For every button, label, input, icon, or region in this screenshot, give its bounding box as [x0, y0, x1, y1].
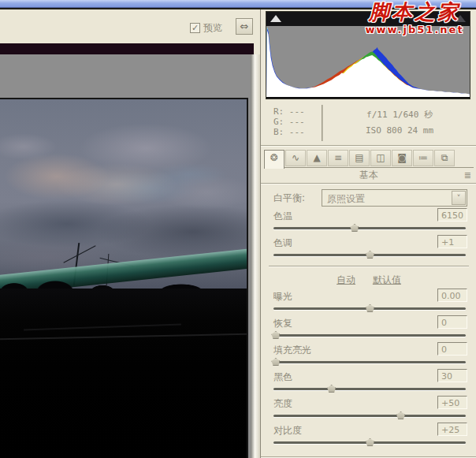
temperature-track[interactable]: [273, 227, 466, 229]
recovery-track[interactable]: [273, 334, 466, 337]
blacks-thumb[interactable]: [327, 385, 336, 393]
slider-row-fill-light: 填充亮光0: [272, 342, 467, 369]
chevron-down-icon[interactable]: ˅: [452, 191, 466, 205]
fill-light-value[interactable]: 0: [437, 342, 467, 356]
exif-readout: f/11 1/640 秒ISO 800 24 mm: [332, 107, 467, 139]
preview-toolbar: ✓ 预览 ⇔: [0, 9, 260, 43]
panel-menu-icon[interactable]: ≣: [464, 170, 471, 181]
adjustments-panel: R: ---G: ---B: --- f/11 1/640 秒ISO 800 2…: [260, 9, 476, 458]
white-balance-value: 原照设置: [327, 192, 365, 206]
brightness-track[interactable]: [273, 415, 466, 417]
brightness-label: 亮度: [273, 397, 292, 411]
slider-row-tint: 色调+1: [272, 235, 467, 262]
white-balance-row: 白平衡: 原照设置 ˅: [272, 189, 467, 207]
photo-preview: [0, 98, 248, 458]
tab-hsl-grayscale[interactable]: ≡: [328, 150, 348, 166]
slider-row-contrast: 对比度+25: [272, 423, 467, 449]
tint-value[interactable]: +1: [437, 235, 467, 248]
image-top-strip: [0, 43, 254, 54]
preview-checkbox[interactable]: ✓: [190, 23, 200, 33]
auto-default-links: 自动 默认值: [261, 274, 476, 287]
tint-thumb[interactable]: [366, 251, 374, 259]
tab-split-toning[interactable]: ▤: [349, 150, 370, 166]
white-balance-select[interactable]: 原照设置 ˅: [322, 189, 467, 207]
exposure-label: 曝光: [273, 290, 292, 303]
image-canvas: [0, 54, 251, 458]
brightness-value[interactable]: +50: [437, 396, 467, 409]
tab-camera-calibration[interactable]: ◙: [392, 150, 412, 166]
info-divider: [322, 105, 323, 141]
slider-row-temperature: 色温6150: [272, 208, 467, 235]
exposure-track[interactable]: [273, 307, 466, 310]
default-link[interactable]: 默认值: [373, 274, 401, 285]
preview-pane: ✓ 预览 ⇔: [0, 9, 260, 458]
contrast-thumb[interactable]: [366, 438, 374, 446]
tab-lens-corrections[interactable]: ◫: [370, 150, 391, 166]
contrast-value[interactable]: +25: [437, 423, 467, 436]
histogram-channel-white: [266, 30, 470, 97]
window-titlebar: [0, 0, 476, 8]
temperature-value[interactable]: 6150: [437, 208, 467, 222]
recovery-label: 恢复: [273, 317, 292, 330]
separator: [261, 145, 476, 147]
tint-track[interactable]: [273, 254, 466, 256]
auto-link[interactable]: 自动: [337, 274, 355, 285]
temperature-thumb[interactable]: [350, 224, 359, 232]
panel-title-row: 基本 ≣: [264, 169, 474, 182]
histogram: [266, 11, 470, 99]
separator: [269, 266, 469, 267]
histogram-baseline: [266, 97, 470, 99]
tab-detail[interactable]: ▲: [307, 150, 327, 166]
pane-divider: [251, 54, 260, 458]
contrast-track[interactable]: [273, 441, 466, 444]
wb-sliders: 色温6150色调+1: [272, 208, 467, 262]
tab-tone-curve[interactable]: ∿: [285, 150, 306, 166]
rgb-readout: R: ---G: ---B: ---: [273, 106, 305, 137]
fill-light-track[interactable]: [273, 361, 466, 363]
tab-bar: ❂∿▲≡▤◫◙≔⧉: [264, 148, 474, 168]
recovery-value[interactable]: 0: [437, 315, 467, 329]
temperature-label: 色温: [273, 210, 292, 223]
panel-title: 基本: [359, 169, 378, 181]
shadow-clipping-warning-icon[interactable]: [270, 15, 281, 22]
blacks-track[interactable]: [273, 388, 466, 390]
white-balance-label: 白平衡:: [273, 192, 305, 205]
basic-panel-content: 白平衡: 原照设置 ˅ 色温6150色调+1 自动 默认值 曝光0.00恢复0填…: [261, 184, 476, 458]
exif-info-area: R: ---G: ---B: --- f/11 1/640 秒ISO 800 2…: [266, 102, 470, 143]
fullscreen-toggle-button[interactable]: ⇔: [236, 18, 253, 35]
exposure-value[interactable]: 0.00: [437, 289, 467, 302]
photo-foreground: [0, 289, 247, 458]
tab-basic[interactable]: ❂: [264, 150, 284, 169]
histogram-header: [266, 12, 470, 26]
blacks-value[interactable]: 30: [437, 369, 467, 382]
slider-row-exposure: 曝光0.00: [272, 289, 467, 315]
histogram-plot: [266, 26, 470, 97]
exposure-thumb[interactable]: [366, 304, 374, 312]
fill-light-thumb[interactable]: [271, 358, 280, 366]
tone-sliders: 曝光0.00恢复0填充亮光0黑色30亮度+50对比度+25: [272, 289, 467, 449]
slider-row-blacks: 黑色30: [272, 369, 467, 396]
preview-checkbox-label: 预览: [203, 21, 222, 35]
preview-checkbox-group[interactable]: ✓ 预览: [190, 21, 222, 35]
tab-snapshots[interactable]: ⧉: [434, 150, 455, 166]
recovery-thumb[interactable]: [271, 331, 280, 339]
brightness-thumb[interactable]: [396, 411, 405, 419]
contrast-label: 对比度: [273, 424, 302, 438]
tint-label: 色调: [273, 236, 292, 250]
slider-row-recovery: 恢复0: [272, 315, 467, 342]
highlight-clipping-warning-icon[interactable]: [455, 15, 466, 22]
slider-row-brightness: 亮度+50: [272, 396, 467, 423]
blacks-label: 黑色: [273, 370, 292, 384]
tab-presets[interactable]: ≔: [413, 150, 433, 166]
fill-light-label: 填充亮光: [273, 344, 311, 357]
